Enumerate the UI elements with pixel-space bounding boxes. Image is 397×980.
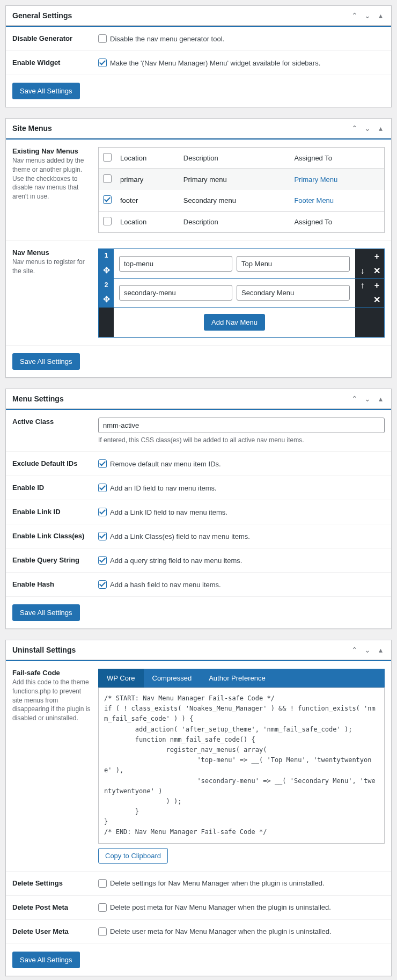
caret-up-icon[interactable]: ▴	[376, 11, 385, 20]
row-description: Secondary menu	[179, 190, 290, 211]
active-class-input[interactable]	[98, 418, 385, 433]
row-checkbox[interactable]	[103, 174, 112, 183]
caret-up-icon[interactable]: ▴	[376, 394, 385, 403]
panel-header: General Settings ⌃ ⌄ ▴	[6, 6, 391, 26]
delete-settings-checkbox[interactable]	[98, 879, 107, 888]
delete-settings-label: Delete Settings	[12, 879, 98, 888]
failsafe-desc: Add this code to the theme functions.php…	[12, 678, 93, 723]
row-number: 1	[105, 252, 108, 259]
enable-linkclass-checkbox[interactable]	[98, 532, 107, 540]
chevron-up-icon[interactable]: ⌃	[350, 124, 359, 133]
copy-clipboard-button[interactable]: Copy to Clipboard	[98, 848, 168, 864]
disable-generator-label: Disable Generator	[12, 34, 98, 43]
move-icon[interactable]: ✥	[103, 294, 110, 304]
tab-compressed[interactable]: Compressed	[144, 669, 201, 688]
existing-nav-menus-label: Existing Nav Menus	[12, 147, 93, 155]
caret-up-icon[interactable]: ▴	[376, 646, 385, 654]
caret-up-icon[interactable]: ▴	[376, 124, 385, 133]
chevron-up-icon[interactable]: ⌃	[350, 394, 359, 403]
row-checkbox[interactable]	[103, 195, 112, 204]
general-settings-panel: General Settings ⌃ ⌄ ▴ Disable Generator…	[5, 5, 392, 107]
site-menus-panel: Site Menus ⌃ ⌄ ▴ Existing Nav Menus Nav …	[5, 118, 392, 378]
panel-title: General Settings	[12, 11, 72, 20]
chevron-up-icon[interactable]: ⌃	[350, 646, 359, 654]
active-class-hint: If entered, this CSS class(es) will be a…	[98, 436, 385, 444]
enable-linkid-checkbox[interactable]	[98, 508, 107, 516]
existing-nav-menus-desc: Nav menus added by the theme or another …	[12, 156, 93, 201]
add-nav-menu-button[interactable]: Add Nav Menu	[204, 314, 265, 331]
table-row: footer Secondary menu Footer Menu	[99, 190, 385, 211]
chevron-down-icon[interactable]: ⌄	[363, 646, 372, 654]
uninstall-settings-panel: Uninstall Settings ⌃ ⌄ ▴ Fail-safe Code …	[5, 640, 392, 976]
menu-name-input[interactable]	[237, 285, 350, 301]
existing-menus-table: Location Description Assigned To primary…	[98, 147, 385, 233]
disable-generator-text: Disable the nav menu generator tool.	[110, 35, 224, 43]
col-location: Location	[116, 148, 179, 169]
enable-id-checkbox[interactable]	[98, 484, 107, 492]
enable-widget-label: Enable Widget	[12, 58, 98, 67]
enable-qs-label: Enable Query String	[12, 556, 98, 565]
drag-handle[interactable]: 1 ✥	[99, 249, 114, 278]
tab-author-preference[interactable]: Author Preference	[200, 669, 274, 688]
close-icon[interactable]: ✕	[370, 293, 384, 308]
failsafe-label: Fail-safe Code	[12, 669, 93, 677]
chevron-up-icon[interactable]: ⌃	[350, 11, 359, 20]
row-location: primary	[116, 169, 179, 191]
select-all-checkbox[interactable]	[103, 153, 112, 162]
assigned-link[interactable]: Primary Menu	[294, 175, 337, 184]
save-button[interactable]: Save All Settings	[12, 83, 80, 99]
save-button[interactable]: Save All Settings	[12, 353, 80, 370]
enable-hash-label: Enable Hash	[12, 580, 98, 589]
panel-title: Menu Settings	[12, 394, 64, 403]
panel-title: Uninstall Settings	[12, 646, 76, 654]
menu-slug-input[interactable]	[119, 256, 232, 272]
menu-slug-input[interactable]	[119, 285, 232, 301]
exclude-ids-label: Exclude Default IDs	[12, 459, 98, 468]
row-description: Primary menu	[179, 169, 290, 191]
disable-generator-checkbox[interactable]	[98, 34, 107, 43]
delete-postmeta-checkbox[interactable]	[98, 903, 107, 912]
assigned-link[interactable]: Footer Menu	[294, 196, 334, 204]
chevron-down-icon[interactable]: ⌄	[363, 11, 372, 20]
row-number: 2	[105, 281, 108, 289]
enable-widget-checkbox[interactable]	[98, 58, 107, 67]
nav-menus-label: Nav Menus	[12, 248, 93, 257]
menu-settings-panel: Menu Settings ⌃ ⌄ ▴ Active Class If ente…	[5, 389, 392, 629]
close-icon[interactable]: ✕	[370, 264, 384, 278]
tab-wp-core[interactable]: WP Core	[98, 669, 144, 688]
exclude-ids-checkbox[interactable]	[98, 459, 107, 468]
drag-handle[interactable]: 2 ✥	[99, 279, 114, 307]
code-tabs: WP Core Compressed Author Preference	[98, 669, 385, 688]
enable-linkclass-label: Enable Link Class(es)	[12, 532, 98, 540]
nav-menu-builder: 1 ✥ + ↓✕ 2 ✥	[98, 248, 385, 338]
chevron-down-icon[interactable]: ⌄	[363, 394, 372, 403]
col-assigned: Assigned To	[290, 148, 384, 169]
enable-widget-text: Make the '(Nav Menu Manager) Menu' widge…	[110, 59, 320, 67]
delete-usermeta-label: Delete User Meta	[12, 927, 98, 936]
enable-linkid-label: Enable Link ID	[12, 508, 98, 516]
delete-postmeta-label: Delete Post Meta	[12, 903, 98, 912]
col-description: Description	[179, 148, 290, 169]
nav-menus-desc: Nav menus to register for the site.	[12, 258, 93, 276]
save-button[interactable]: Save All Settings	[12, 952, 80, 968]
menu-name-input[interactable]	[237, 256, 350, 272]
table-row: primary Primary menu Primary Menu	[99, 169, 385, 191]
enable-qs-checkbox[interactable]	[98, 556, 107, 565]
chevron-down-icon[interactable]: ⌄	[363, 124, 372, 133]
add-icon[interactable]: +	[370, 249, 384, 264]
delete-usermeta-checkbox[interactable]	[98, 927, 107, 936]
failsafe-code[interactable]: /* START: Nav Menu Manager Fail-safe Cod…	[98, 688, 385, 844]
save-button[interactable]: Save All Settings	[12, 604, 80, 621]
active-class-label: Active Class	[12, 418, 98, 444]
add-icon[interactable]: +	[370, 279, 384, 293]
arrow-down-icon[interactable]: ↓	[355, 264, 370, 278]
move-icon[interactable]: ✥	[103, 265, 110, 275]
enable-id-label: Enable ID	[12, 484, 98, 492]
panel-title: Site Menus	[12, 124, 52, 133]
enable-hash-checkbox[interactable]	[98, 580, 107, 589]
arrow-up-icon[interactable]: ↑	[355, 279, 370, 293]
select-all-checkbox[interactable]	[103, 217, 112, 225]
row-location: footer	[116, 190, 179, 211]
